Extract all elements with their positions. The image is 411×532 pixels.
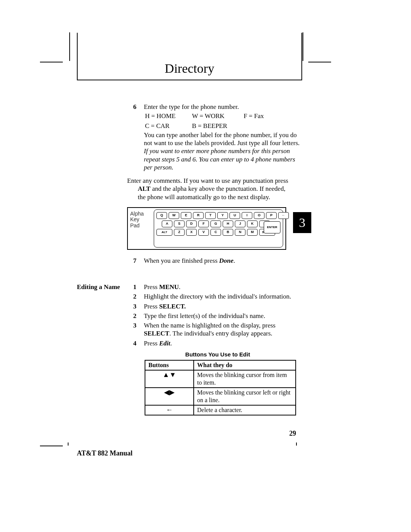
select-label: SELECT. bbox=[159, 303, 186, 310]
table-header-row: Buttons What they do bbox=[145, 360, 296, 370]
crop-mark bbox=[68, 443, 68, 446]
edit-step: 3 Press SELECT. bbox=[133, 302, 302, 310]
step-number: 1 bbox=[133, 283, 144, 291]
step-text: Type the first letter(s) of the individu… bbox=[144, 312, 300, 320]
text: . bbox=[179, 283, 180, 291]
comments-paragraph: Enter any comments. If you want to use a… bbox=[127, 177, 295, 201]
step-7: 7 When you are finished press Done. bbox=[133, 257, 302, 265]
crop-mark bbox=[296, 443, 297, 446]
code: H = HOME bbox=[145, 112, 191, 120]
text: Enter the type for the phone number. bbox=[144, 103, 239, 110]
key: N bbox=[235, 229, 245, 236]
text: When the name is highlighted on the disp… bbox=[144, 322, 276, 329]
text: Key bbox=[130, 216, 139, 222]
key: D bbox=[186, 220, 197, 227]
crop-mark bbox=[40, 446, 63, 446]
text: . The individual's entry display appears… bbox=[169, 330, 272, 337]
key: R bbox=[193, 212, 204, 219]
key: S bbox=[174, 220, 185, 227]
step-text: When the name is highlighted on the disp… bbox=[144, 321, 300, 338]
backspace-key: ← bbox=[278, 212, 289, 219]
type-codes: H = HOME W = WORK F = Fax C = CAR B = BE… bbox=[144, 111, 280, 131]
crop-mark bbox=[69, 32, 70, 61]
table-row: ▲▼ Moves the blinking cursor from item t… bbox=[145, 370, 296, 388]
step-number: 2 bbox=[133, 312, 144, 320]
enter-key: ENTER bbox=[264, 221, 280, 233]
keypad: Q W E R T Y U I O P ← A S D F G bbox=[154, 209, 283, 248]
key: W bbox=[169, 212, 179, 219]
page-title-frame: Directory bbox=[77, 33, 302, 80]
alt-key-icon: ALT bbox=[156, 229, 172, 236]
key: T bbox=[205, 212, 216, 219]
step-text: When you are finished press Done. bbox=[144, 257, 300, 265]
key: J bbox=[235, 220, 245, 227]
col-what: What they do bbox=[194, 360, 296, 370]
text: Press bbox=[144, 283, 159, 291]
col-buttons: Buttons bbox=[145, 360, 194, 370]
text: and the alpha key above the punctuation.… bbox=[138, 185, 285, 200]
done-label: Done bbox=[219, 257, 234, 264]
edit-table-title: Buttons You Use to Edit bbox=[133, 351, 302, 358]
step-text: Highlight the directory with the individ… bbox=[144, 292, 300, 300]
edit-step: 1 Press MENU. bbox=[133, 283, 302, 291]
page-title: Directory bbox=[78, 61, 301, 76]
key: Y bbox=[217, 212, 228, 219]
step-text: Press SELECT. bbox=[144, 302, 300, 310]
keypad-label: Alpha Key Pad bbox=[130, 211, 144, 228]
text: Alpha bbox=[130, 211, 144, 217]
body: 6 Enter the type for the phone number. H… bbox=[77, 103, 302, 415]
step-text: Press Edit. bbox=[144, 339, 300, 347]
text: . bbox=[170, 340, 172, 347]
step-6: 6 Enter the type for the phone number. H… bbox=[133, 103, 302, 171]
key: H bbox=[223, 220, 233, 227]
text: Press bbox=[144, 340, 159, 347]
key: F bbox=[198, 220, 209, 227]
edit-buttons-table: Buttons What they do ▲▼ Moves the blinki… bbox=[145, 360, 296, 415]
section-steps: 1 Press MENU. 2 Highlight the directory … bbox=[133, 283, 302, 415]
alt-key: ALT bbox=[138, 185, 150, 192]
key: Z bbox=[174, 229, 185, 236]
key: X bbox=[186, 229, 197, 236]
cell-text: Moves the blinking cursor from item to i… bbox=[194, 370, 296, 388]
key: U bbox=[229, 212, 240, 219]
crop-mark bbox=[308, 62, 331, 62]
text: When you are finished press bbox=[144, 257, 219, 264]
text: Enter any comments. If you want to use a… bbox=[127, 177, 288, 184]
editing-a-name-section: Editing a Name 1 Press MENU. 2 Highlight… bbox=[77, 283, 302, 415]
step-number: 7 bbox=[133, 257, 144, 265]
section-heading: Editing a Name bbox=[77, 283, 133, 415]
edit-step: 2 Highlight the directory with the indiv… bbox=[133, 292, 302, 300]
crop-mark bbox=[40, 62, 63, 62]
backspace-arrow-icon: ← bbox=[145, 405, 194, 415]
edit-step: 2 Type the first letter(s) of the indivi… bbox=[133, 312, 302, 320]
footer: AT&T 882 Manual bbox=[77, 449, 132, 457]
key: C bbox=[210, 229, 221, 236]
edit-label: Edit bbox=[159, 340, 170, 347]
manual-page: Directory 3 6 Enter the type for the pho… bbox=[0, 0, 411, 532]
code: F = Fax bbox=[243, 112, 279, 120]
crop-mark bbox=[303, 32, 303, 61]
key: M bbox=[247, 229, 258, 236]
step-text: Enter the type for the phone number. H =… bbox=[144, 103, 300, 171]
code: W = WORK bbox=[191, 112, 242, 120]
text: Press bbox=[144, 303, 159, 310]
note-italic: If you want to enter more phone numbers … bbox=[144, 147, 295, 171]
key: O bbox=[254, 212, 264, 219]
key: K bbox=[247, 220, 258, 227]
up-down-arrow-icon: ▲▼ bbox=[145, 370, 194, 388]
text: Pad bbox=[130, 222, 140, 228]
key: P bbox=[266, 212, 277, 219]
step-number: 3 bbox=[133, 302, 144, 310]
edit-step: 3 When the name is highlighted on the di… bbox=[133, 321, 302, 338]
edit-step: 4 Press Edit. bbox=[133, 339, 302, 347]
key: Q bbox=[156, 212, 167, 219]
key: E bbox=[181, 212, 191, 219]
table-row: ◀▶ Moves the blinking cursor left or rig… bbox=[145, 388, 296, 405]
step-text: Press MENU. bbox=[144, 283, 300, 291]
page-number: 29 bbox=[289, 430, 296, 438]
select-label: SELECT bbox=[144, 330, 169, 337]
cell-text: Moves the blinking cursor left or right … bbox=[194, 388, 296, 405]
text: You can type another label for the phone… bbox=[144, 131, 299, 147]
menu-label: MENU bbox=[159, 283, 179, 291]
keypad-figure: Alpha Key Pad Q W E R T Y U I O P ← bbox=[127, 207, 286, 250]
